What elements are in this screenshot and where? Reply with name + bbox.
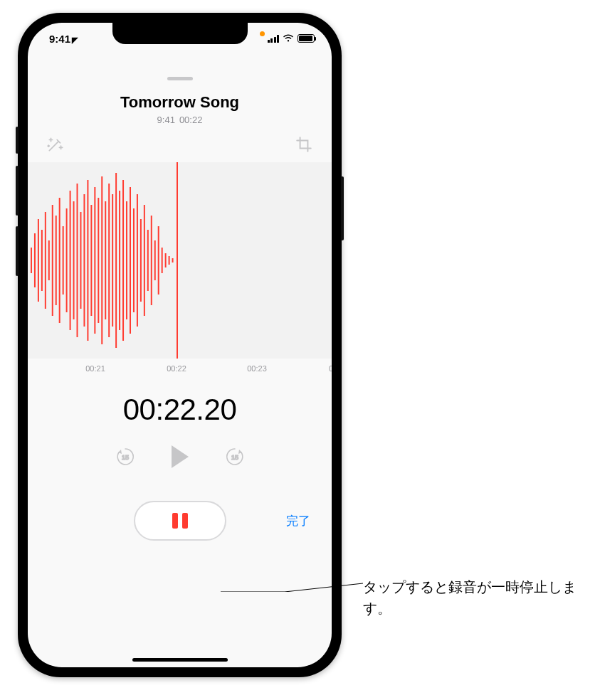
sheet-grabber[interactable] bbox=[167, 77, 193, 80]
location-arrow-icon: ◤ bbox=[72, 36, 78, 44]
trim-icon[interactable] bbox=[295, 135, 313, 154]
enhance-icon[interactable] bbox=[46, 135, 65, 154]
battery-icon bbox=[298, 34, 315, 43]
recording-subtitle: 9:4100:22 bbox=[28, 115, 332, 125]
cellular-icon bbox=[268, 35, 280, 43]
pause-button[interactable] bbox=[134, 501, 226, 541]
playhead[interactable] bbox=[177, 162, 178, 359]
svg-text:15: 15 bbox=[231, 454, 238, 461]
waveform[interactable] bbox=[28, 162, 332, 359]
callout-text: タップすると録音が一時停止します。 bbox=[363, 576, 577, 619]
recording-indicator-dot bbox=[260, 31, 265, 36]
elapsed-time: 00:22.20 bbox=[28, 393, 332, 427]
recording-title: Tomorrow Song bbox=[28, 93, 332, 112]
pause-icon bbox=[172, 513, 178, 529]
skip-forward-15-icon[interactable]: 15 bbox=[224, 446, 246, 467]
wifi-icon bbox=[283, 34, 294, 43]
notch bbox=[112, 23, 248, 44]
play-icon[interactable] bbox=[172, 445, 189, 468]
timeline-ticks: 00:21 00:22 00:23 0 bbox=[28, 359, 332, 380]
svg-text:15: 15 bbox=[121, 454, 128, 461]
phone-frame: 9:41◤ Tomorrow Song 9:4100:22 bbox=[18, 13, 342, 677]
screen: 9:41◤ Tomorrow Song 9:4100:22 bbox=[28, 23, 332, 667]
home-indicator[interactable] bbox=[132, 658, 228, 662]
skip-back-15-icon[interactable]: 15 bbox=[115, 446, 136, 467]
done-button[interactable]: 完了 bbox=[286, 513, 310, 529]
status-time: 9:41◤ bbox=[49, 33, 78, 45]
